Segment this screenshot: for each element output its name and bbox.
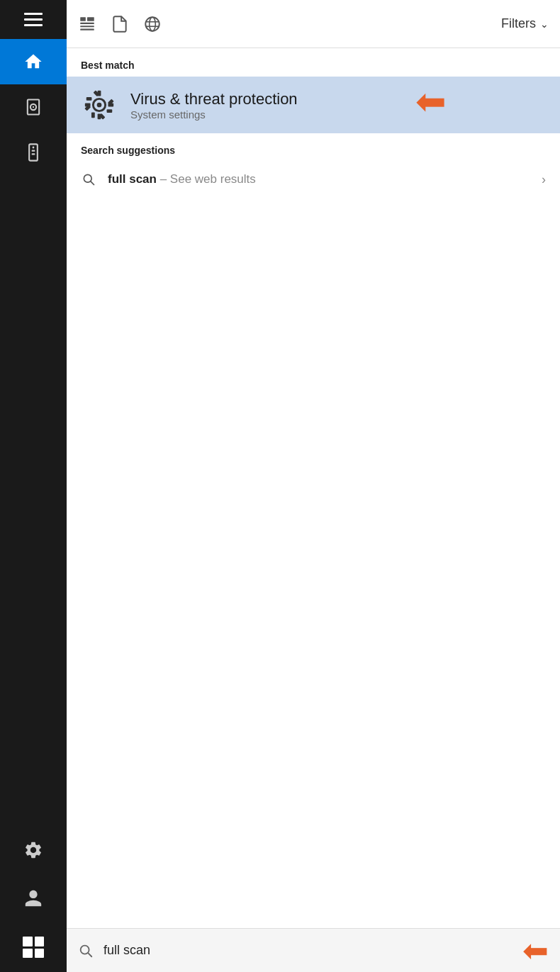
grid-icon[interactable] bbox=[78, 15, 96, 33]
sidebar-item-record[interactable] bbox=[0, 84, 67, 130]
svg-rect-9 bbox=[80, 22, 94, 23]
svg-rect-7 bbox=[80, 17, 86, 21]
svg-rect-5 bbox=[32, 150, 35, 152]
bottom-search-bar: ⬅ bbox=[67, 928, 560, 972]
svg-rect-27 bbox=[86, 97, 92, 101]
suggestion-chevron-icon: › bbox=[542, 172, 546, 187]
search-suggestions-label: Search suggestions bbox=[67, 133, 560, 162]
search-small-icon bbox=[81, 172, 96, 187]
sidebar-nav bbox=[0, 39, 67, 826]
globe-icon[interactable] bbox=[143, 15, 162, 33]
windows-logo bbox=[23, 937, 44, 958]
results-panel: Best match bbox=[67, 48, 560, 928]
svg-line-32 bbox=[88, 953, 91, 956]
sidebar bbox=[0, 0, 67, 972]
suggestion-suffix: – See web results bbox=[157, 172, 256, 186]
filters-button[interactable]: Filters ⌄ bbox=[501, 16, 549, 31]
best-match-title: Virus & threat protection bbox=[130, 90, 298, 108]
chevron-down-icon: ⌄ bbox=[540, 18, 549, 30]
document-icon[interactable] bbox=[111, 15, 129, 33]
search-bottom-icon bbox=[78, 943, 94, 959]
topbar: Filters ⌄ bbox=[67, 0, 560, 48]
sidebar-item-settings[interactable] bbox=[0, 826, 67, 874]
svg-rect-23 bbox=[107, 109, 113, 113]
svg-point-17 bbox=[97, 103, 102, 108]
svg-point-2 bbox=[33, 106, 34, 108]
sidebar-item-home[interactable] bbox=[0, 39, 67, 84]
sidebar-item-monitor[interactable] bbox=[0, 130, 67, 175]
person-icon bbox=[23, 888, 43, 908]
svg-point-4 bbox=[33, 147, 35, 149]
svg-point-13 bbox=[150, 17, 156, 31]
best-match-text: Virus & threat protection System setting… bbox=[130, 90, 298, 121]
search-input[interactable] bbox=[103, 943, 505, 958]
virus-protection-icon bbox=[81, 86, 118, 123]
hamburger-icon bbox=[24, 13, 43, 26]
gear-icon bbox=[23, 840, 43, 860]
svg-point-12 bbox=[145, 17, 159, 31]
best-match-label: Best match bbox=[67, 48, 560, 77]
svg-rect-8 bbox=[87, 17, 94, 21]
filters-label: Filters bbox=[501, 16, 536, 31]
bottom-arrow-pointer: ⬅ bbox=[522, 932, 549, 968]
svg-rect-6 bbox=[32, 153, 35, 155]
svg-rect-11 bbox=[80, 28, 94, 30]
suggestion-item[interactable]: full scan – See web results › bbox=[67, 162, 560, 197]
hamburger-menu[interactable] bbox=[0, 0, 67, 39]
svg-rect-25 bbox=[91, 113, 95, 118]
suggestion-query: full scan bbox=[108, 172, 157, 186]
sidebar-item-user[interactable] bbox=[0, 874, 67, 922]
sidebar-item-windows[interactable] bbox=[0, 922, 67, 972]
home-icon bbox=[23, 52, 43, 72]
svg-line-30 bbox=[91, 181, 94, 185]
sidebar-bottom bbox=[0, 826, 67, 972]
best-match-item[interactable]: Virus & threat protection System setting… bbox=[67, 77, 560, 133]
best-match-subtitle: System settings bbox=[130, 108, 298, 121]
svg-rect-10 bbox=[80, 26, 94, 27]
record-icon bbox=[23, 97, 43, 117]
main-content: Filters ⌄ Best match bbox=[67, 0, 560, 972]
tower-icon bbox=[23, 143, 43, 162]
topbar-icons bbox=[78, 15, 487, 33]
pointer-arrow: ⬅ bbox=[415, 83, 447, 120]
suggestion-text: full scan – See web results bbox=[108, 172, 530, 186]
